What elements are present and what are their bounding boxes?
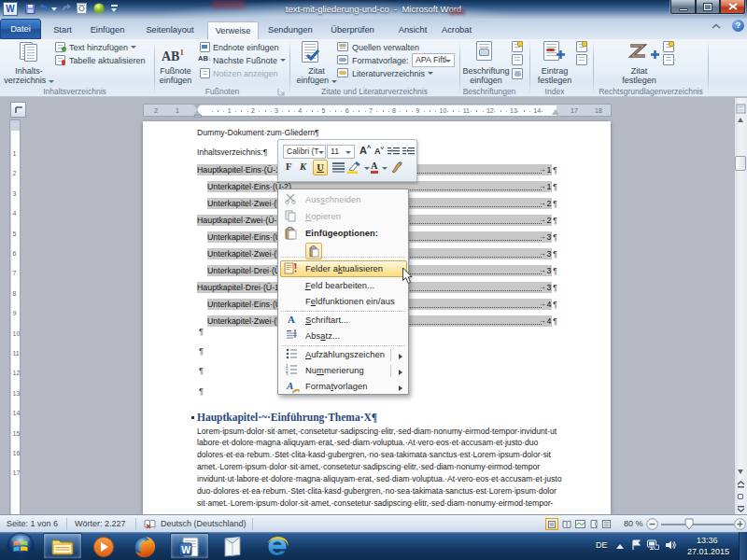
svg-text:W: W bbox=[181, 544, 190, 555]
svg-text:3: 3 bbox=[286, 372, 289, 376]
